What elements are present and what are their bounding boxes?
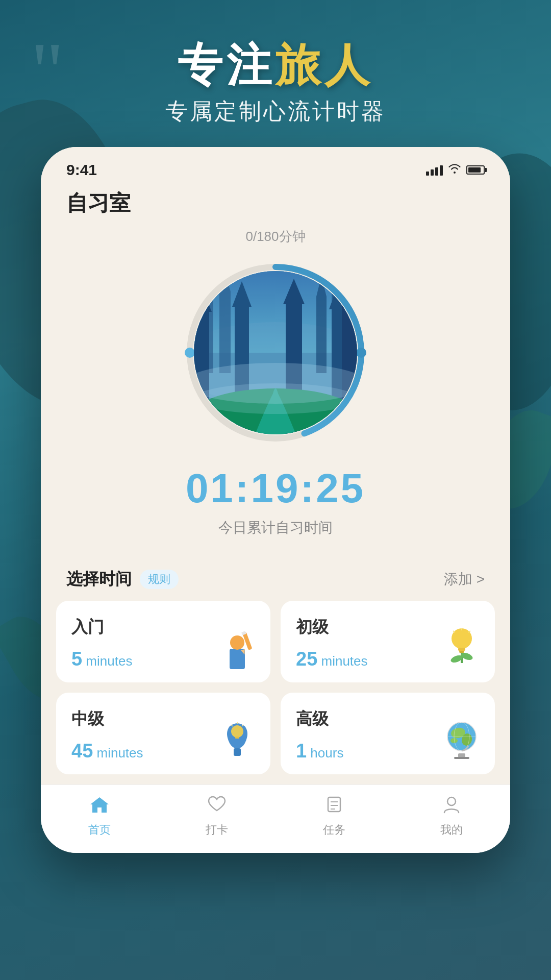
signal-icon xyxy=(426,164,443,176)
status-icons xyxy=(426,163,485,177)
svg-rect-43 xyxy=(235,737,239,739)
time-select-title: 选择时间 xyxy=(66,568,132,591)
phone-mockup: 9:41 xyxy=(41,147,510,853)
svg-point-33 xyxy=(452,628,472,649)
nav-profile[interactable]: 我的 xyxy=(393,795,510,838)
forest-svg xyxy=(194,271,357,434)
svg-rect-49 xyxy=(454,757,469,759)
home-icon xyxy=(89,795,110,818)
circle-timer[interactable] xyxy=(179,256,372,450)
head-bulb-icon xyxy=(214,715,260,767)
time-select-left: 选择时间 规则 xyxy=(66,568,179,591)
status-time: 9:41 xyxy=(66,161,97,179)
pencil-icon xyxy=(214,623,260,675)
headline-highlight: 旅人 xyxy=(276,40,373,90)
nav-tasks[interactable]: 任务 xyxy=(276,795,393,838)
add-link[interactable]: 添加 > xyxy=(444,570,485,589)
page-title: 自习室 xyxy=(66,189,485,217)
bottom-nav: 首页 打卡 任务 xyxy=(41,785,510,853)
svg-point-42 xyxy=(231,725,243,738)
svg-point-27 xyxy=(194,383,357,414)
svg-rect-35 xyxy=(459,651,464,653)
timer-section: 0/180分钟 xyxy=(41,228,510,558)
headline-part1: 专注 xyxy=(178,40,276,90)
app-subtitle: 专属定制心流计时器 xyxy=(0,96,551,127)
svg-point-29 xyxy=(230,635,244,650)
tasks-icon xyxy=(324,795,344,818)
progress-label: 0/180分钟 xyxy=(245,228,305,246)
forest-image xyxy=(194,271,357,434)
svg-rect-34 xyxy=(458,648,465,651)
card-elementary[interactable]: 初级 25 minutes xyxy=(281,601,495,682)
time-cards-grid: 入门 5 minutes xyxy=(41,601,510,785)
nav-profile-label: 我的 xyxy=(440,822,463,838)
card-advanced[interactable]: 高级 1 hours xyxy=(281,693,495,774)
time-select-header: 选择时间 规则 添加 > xyxy=(41,558,510,601)
nav-checkin-label: 打卡 xyxy=(206,822,228,838)
card-beginner[interactable]: 入门 5 minutes xyxy=(56,601,270,682)
phone-wrapper: 9:41 xyxy=(0,147,551,853)
bulb-plant-icon xyxy=(439,623,485,675)
profile-icon xyxy=(441,795,462,818)
status-bar: 9:41 xyxy=(41,147,510,184)
nav-home[interactable]: 首页 xyxy=(41,795,158,838)
wifi-icon xyxy=(448,163,461,177)
timer-display: 01:19:25 xyxy=(186,465,365,512)
svg-rect-11 xyxy=(316,297,327,373)
rules-badge[interactable]: 规则 xyxy=(140,570,179,589)
svg-marker-56 xyxy=(90,797,109,813)
quote-decoration: " xyxy=(31,31,64,112)
svg-point-2 xyxy=(185,348,195,358)
svg-point-3 xyxy=(356,348,366,358)
svg-rect-9 xyxy=(219,291,231,373)
app-headline: 专注旅人 xyxy=(0,41,551,90)
nav-checkin[interactable]: 打卡 xyxy=(158,795,276,838)
nav-home-label: 首页 xyxy=(88,822,111,838)
svg-rect-47 xyxy=(234,748,241,756)
nav-tasks-label: 任务 xyxy=(323,822,345,838)
heart-icon xyxy=(207,795,227,818)
globe-icon xyxy=(439,715,485,767)
title-area: " 专注旅人 专属定制心流计时器 xyxy=(0,0,551,147)
timer-label: 今日累计自习时间 xyxy=(218,518,333,537)
app-header: 自习室 xyxy=(41,184,510,228)
card-intermediate[interactable]: 中级 45 minutes xyxy=(56,693,270,774)
svg-point-61 xyxy=(447,797,456,805)
battery-icon xyxy=(466,165,485,175)
svg-rect-48 xyxy=(458,753,465,757)
